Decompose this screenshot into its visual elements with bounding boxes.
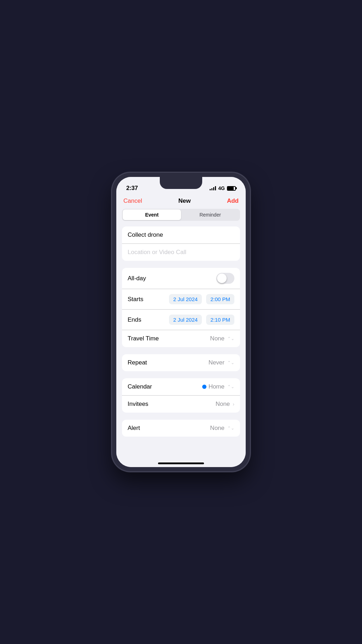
toggle-thumb [217, 274, 227, 283]
alert-chevron-icon: ⌃⌄ [227, 426, 234, 431]
alert-section: Alert None ⌃⌄ [122, 420, 240, 437]
calendar-invitees-section: Calendar Home ⌃⌄ Invitees None › [122, 378, 240, 413]
status-icons: 4G [210, 185, 236, 191]
alert-label: Alert [128, 425, 210, 432]
invitees-text: None [216, 401, 230, 408]
status-bar: 2:37 4G [116, 177, 246, 195]
battery-icon [227, 186, 236, 191]
starts-row: Starts 2 Jul 2024 2:00 PM [122, 289, 240, 309]
notch [160, 177, 202, 189]
page-title: New [178, 197, 191, 205]
location-input[interactable]: Location or Video Call [128, 249, 186, 256]
repeat-label: Repeat [128, 359, 209, 366]
starts-date-button[interactable]: 2 Jul 2024 [169, 294, 202, 304]
nav-bar: Cancel New Add [116, 195, 246, 209]
repeat-row[interactable]: Repeat Never ⌃⌄ [122, 354, 240, 371]
all-day-toggle[interactable] [216, 273, 234, 284]
ends-row: Ends 2 Jul 2024 2:10 PM [122, 309, 240, 330]
travel-time-row[interactable]: Travel Time None ⌃⌄ [122, 330, 240, 347]
repeat-text: Never [209, 359, 224, 366]
location-row: Location or Video Call [122, 243, 240, 261]
signal-icon [210, 186, 216, 190]
invitees-row[interactable]: Invitees None › [122, 395, 240, 413]
invitees-label: Invitees [128, 401, 216, 408]
travel-time-value: None ⌃⌄ [210, 335, 234, 342]
segment-reminder[interactable]: Reminder [181, 209, 239, 220]
calendar-value: Home ⌃⌄ [202, 383, 234, 390]
repeat-section: Repeat Never ⌃⌄ [122, 354, 240, 371]
ends-label: Ends [128, 316, 167, 323]
add-button[interactable]: Add [227, 197, 239, 205]
alert-text: None [210, 425, 224, 432]
event-reminder-segment: Event Reminder [122, 209, 240, 221]
home-indicator [158, 462, 204, 464]
phone-screen: 2:37 4G Cancel New Add [116, 177, 246, 467]
app-content: Cancel New Add Event Reminder Collect dr… [116, 195, 246, 467]
starts-label: Starts [128, 296, 167, 303]
segment-event[interactable]: Event [123, 209, 181, 220]
calendar-row[interactable]: Calendar Home ⌃⌄ [122, 378, 240, 395]
calendar-chevron-icon: ⌃⌄ [227, 384, 234, 389]
status-time: 2:37 [126, 185, 138, 192]
starts-time-button[interactable]: 2:00 PM [206, 294, 234, 304]
cancel-button[interactable]: Cancel [123, 197, 142, 205]
repeat-value: Never ⌃⌄ [209, 359, 234, 366]
alert-row[interactable]: Alert None ⌃⌄ [122, 420, 240, 437]
datetime-section: All-day Starts 2 Jul 2024 2:00 PM Ends [122, 268, 240, 347]
travel-time-chevron-icon: ⌃⌄ [227, 336, 234, 341]
ends-date-button[interactable]: 2 Jul 2024 [169, 315, 202, 325]
all-day-row: All-day [122, 268, 240, 289]
alert-value: None ⌃⌄ [210, 425, 234, 432]
segment-container: Event Reminder [116, 209, 246, 226]
travel-time-label: Travel Time [128, 335, 210, 342]
repeat-chevron-icon: ⌃⌄ [227, 360, 234, 365]
network-label: 4G [218, 185, 225, 191]
invitees-arrow-icon: › [233, 401, 234, 407]
invitees-value: None › [216, 401, 234, 408]
event-title-input[interactable]: Collect drone [128, 231, 234, 238]
all-day-label: All-day [128, 275, 216, 282]
event-title-row: Collect drone [122, 226, 240, 243]
travel-time-text: None [210, 335, 224, 342]
calendar-color-dot [202, 385, 206, 389]
ends-value: 2 Jul 2024 2:10 PM [167, 315, 234, 325]
phone-frame: 2:37 4G Cancel New Add [112, 173, 250, 471]
title-location-section: Collect drone Location or Video Call [122, 226, 240, 261]
ends-time-button[interactable]: 2:10 PM [206, 315, 234, 325]
calendar-text: Home [209, 383, 224, 390]
starts-value: 2 Jul 2024 2:00 PM [167, 294, 234, 304]
calendar-label: Calendar [128, 383, 202, 390]
